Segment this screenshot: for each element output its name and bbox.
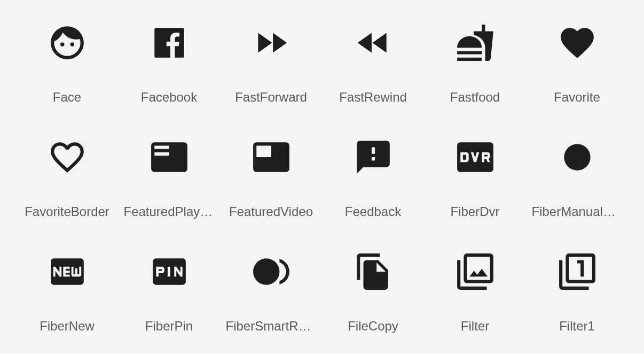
icon-cell-fiberdvr[interactable]: FiberDvr bbox=[424, 120, 526, 234]
icon-cell-fiberpin[interactable]: FiberPin bbox=[118, 234, 220, 349]
icon-cell-fibernew[interactable]: FiberNew bbox=[16, 234, 118, 349]
fastfood-icon bbox=[455, 16, 495, 70]
icon-cell-filter[interactable]: Filter bbox=[424, 234, 526, 349]
icon-label: FeaturedVideo bbox=[229, 204, 313, 219]
icon-cell-facebook[interactable]: Facebook bbox=[118, 5, 220, 120]
icon-label: FiberManualRecord bbox=[532, 204, 623, 219]
favorite-border-icon bbox=[48, 130, 87, 184]
icon-cell-favorite[interactable]: Favorite bbox=[526, 5, 628, 120]
icon-cell-fastrewind[interactable]: FastRewind bbox=[322, 5, 424, 120]
fiber-pin-icon bbox=[150, 245, 189, 298]
featured-video-icon bbox=[252, 130, 291, 184]
icon-label: FiberSmartRecord bbox=[226, 319, 317, 334]
filter-icon bbox=[455, 245, 495, 298]
icon-label: Face bbox=[53, 90, 81, 105]
icon-cell-featuredplaylist[interactable]: FeaturedPlayList bbox=[118, 120, 220, 234]
icon-grid: Face Facebook FastForward FastRewind Fas… bbox=[0, 0, 644, 354]
icon-label: FastForward bbox=[235, 90, 307, 105]
icon-cell-face[interactable]: Face bbox=[16, 5, 118, 120]
icon-cell-featuredvideo[interactable]: FeaturedVideo bbox=[220, 120, 322, 234]
icon-label: Favorite bbox=[554, 90, 600, 105]
fast-rewind-icon bbox=[354, 16, 393, 70]
icon-cell-filter1[interactable]: Filter1 bbox=[526, 234, 628, 349]
icon-cell-fibermanualrecord[interactable]: FiberManualRecord bbox=[526, 120, 628, 234]
svg-point-1 bbox=[253, 258, 279, 284]
fiber-new-icon bbox=[48, 245, 87, 298]
filter-1-icon bbox=[557, 245, 597, 298]
icon-label: Filter bbox=[461, 319, 489, 334]
face-icon bbox=[48, 16, 87, 70]
fiber-smart-record-icon bbox=[252, 245, 291, 298]
icon-cell-feedback[interactable]: Feedback bbox=[322, 120, 424, 234]
svg-point-0 bbox=[564, 144, 590, 170]
icon-label: FiberPin bbox=[145, 319, 193, 334]
icon-cell-fastfood[interactable]: Fastfood bbox=[424, 5, 526, 120]
favorite-icon bbox=[557, 16, 597, 70]
fast-forward-icon bbox=[252, 16, 291, 70]
file-copy-icon bbox=[354, 245, 393, 298]
icon-cell-favoriteborder[interactable]: FavoriteBorder bbox=[16, 120, 118, 234]
icon-label: FileCopy bbox=[348, 319, 398, 334]
icon-label: FavoriteBorder bbox=[25, 204, 109, 219]
facebook-icon bbox=[150, 16, 189, 70]
fiber-manual-record-icon bbox=[557, 130, 597, 184]
icon-label: FiberNew bbox=[40, 319, 95, 334]
icon-cell-fastforward[interactable]: FastForward bbox=[220, 5, 322, 120]
icon-cell-fibersmartrecord[interactable]: FiberSmartRecord bbox=[220, 234, 322, 349]
icon-label: FiberDvr bbox=[450, 204, 499, 219]
icon-label: Facebook bbox=[141, 90, 197, 105]
icon-label: FeaturedPlayList bbox=[124, 204, 215, 219]
feedback-icon bbox=[354, 130, 393, 184]
icon-label: Filter1 bbox=[559, 319, 595, 334]
icon-label: Feedback bbox=[345, 204, 401, 219]
icon-label: FastRewind bbox=[339, 90, 407, 105]
icon-label: Fastfood bbox=[450, 90, 500, 105]
featured-play-list-icon bbox=[150, 130, 189, 184]
icon-cell-filecopy[interactable]: FileCopy bbox=[322, 234, 424, 349]
fiber-dvr-icon bbox=[455, 130, 495, 184]
